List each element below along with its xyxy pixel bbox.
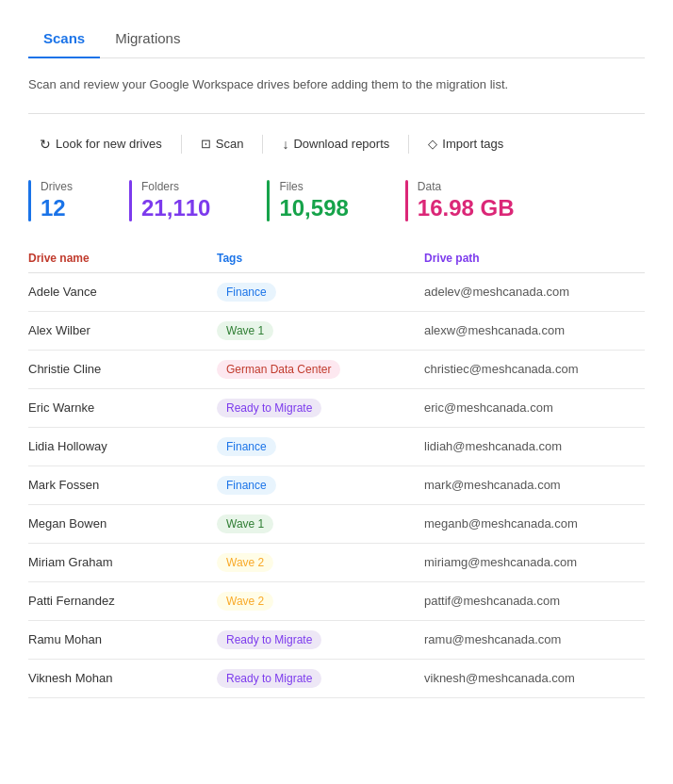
stat-bar-data: [405, 180, 408, 221]
table-row[interactable]: Mark FossenFinancemark@meshcanada.com: [28, 466, 645, 504]
cell-drive-path: lidiah@meshcanada.com: [424, 427, 645, 466]
tag-badge[interactable]: Ready to Migrate: [217, 630, 321, 649]
cell-drive-path: meganb@meshcanada.com: [424, 504, 645, 543]
cell-drive-name: Miriam Graham: [28, 543, 217, 581]
cell-drive-name: Alex Wilber: [28, 311, 217, 350]
stat-bar-drives: [28, 180, 31, 221]
table-row[interactable]: Patti FernandezWave 2pattif@meshcanada.c…: [28, 581, 645, 620]
scan-button[interactable]: Scan: [189, 131, 255, 156]
tag-badge[interactable]: Wave 1: [217, 321, 273, 340]
tab-scans[interactable]: Scans: [28, 19, 100, 57]
stat-label-data: Data: [418, 180, 515, 193]
toolbar-divider: [28, 113, 645, 114]
stat-value-files: 10,598: [279, 195, 348, 221]
col-header-tags: Tags: [217, 244, 424, 273]
cell-tags: German Data Center: [217, 350, 424, 388]
look-for-drives-button[interactable]: Look for new drives: [28, 131, 173, 157]
tag-badge[interactable]: Ready to Migrate: [217, 399, 321, 417]
cell-tags: Finance: [217, 427, 424, 466]
stat-files: Files 10,598: [267, 180, 348, 221]
cell-tags: Ready to Migrate: [217, 659, 424, 697]
tag-badge[interactable]: Ready to Migrate: [217, 669, 321, 688]
stat-label-drives: Drives: [41, 180, 73, 193]
cell-drive-path: eric@meshcanada.com: [424, 388, 645, 427]
table-header-row: Drive name Tags Drive path: [28, 244, 645, 273]
table-row[interactable]: Ramu MohanReady to Migrateramu@meshcanad…: [28, 620, 645, 659]
stats-bar: Drives 12 Folders 21,110 Files 10,598 Da…: [28, 180, 645, 221]
table-row[interactable]: Alex WilberWave 1alexw@meshcanada.com: [28, 311, 645, 350]
download-icon: [282, 137, 288, 152]
cell-drive-name: Lidia Holloway: [28, 427, 217, 466]
toolbar-separator-2: [262, 135, 263, 154]
cell-drive-name: Patti Fernandez: [28, 581, 217, 620]
import-tags-button[interactable]: Import tags: [417, 131, 515, 156]
stat-value-data: 16.98 GB: [418, 195, 515, 221]
toolbar-separator-1: [181, 135, 182, 154]
tag-badge[interactable]: German Data Center: [217, 360, 340, 379]
download-reports-button[interactable]: Download reports: [271, 131, 401, 157]
table-row[interactable]: Miriam GrahamWave 2miriamg@meshcanada.co…: [28, 543, 645, 581]
scan-icon: [201, 137, 211, 151]
toolbar: Look for new drives Scan Download report…: [28, 131, 645, 157]
cell-tags: Wave 1: [217, 311, 424, 350]
stat-value-folders: 21,110: [141, 195, 210, 221]
cell-tags: Wave 1: [217, 504, 424, 543]
cell-drive-path: viknesh@meshcanada.com: [424, 659, 645, 697]
stat-data: Data 16.98 GB: [405, 180, 515, 221]
stat-bar-files: [267, 180, 270, 221]
cell-drive-name: Eric Warnke: [28, 388, 217, 427]
cell-drive-path: adelev@meshcanada.com: [424, 272, 645, 311]
cell-tags: Finance: [217, 466, 424, 504]
tag-badge[interactable]: Finance: [217, 283, 276, 302]
stat-value-drives: 12: [41, 195, 73, 221]
tag-badge[interactable]: Finance: [217, 437, 276, 456]
cell-drive-name: Viknesh Mohan: [28, 659, 217, 697]
page-description: Scan and review your Google Workspace dr…: [28, 75, 645, 94]
table-row[interactable]: Christie ClineGerman Data Centerchristie…: [28, 350, 645, 388]
stat-label-files: Files: [279, 180, 348, 193]
tab-bar: Scans Migrations: [28, 19, 645, 58]
table-row[interactable]: Adele VanceFinanceadelev@meshcanada.com: [28, 272, 645, 311]
cell-drive-path: alexw@meshcanada.com: [424, 311, 645, 350]
cell-tags: Wave 2: [217, 581, 424, 620]
cell-drive-path: pattif@meshcanada.com: [424, 581, 645, 620]
cell-drive-path: ramu@meshcanada.com: [424, 620, 645, 659]
table-row[interactable]: Eric WarnkeReady to Migrateeric@meshcana…: [28, 388, 645, 427]
cell-drive-path: christiec@meshcanada.com: [424, 350, 645, 388]
toolbar-separator-3: [408, 135, 409, 154]
cell-drive-path: mark@meshcanada.com: [424, 466, 645, 504]
tag-badge[interactable]: Wave 1: [217, 514, 273, 533]
tag-badge[interactable]: Finance: [217, 476, 276, 495]
stat-bar-folders: [129, 180, 132, 221]
tag-badge[interactable]: Wave 2: [217, 553, 273, 572]
cell-drive-name: Adele Vance: [28, 272, 217, 311]
tag-badge[interactable]: Wave 2: [217, 592, 273, 611]
cell-tags: Ready to Migrate: [217, 388, 424, 427]
col-header-drive-name: Drive name: [28, 244, 217, 273]
cell-drive-name: Megan Bowen: [28, 504, 217, 543]
refresh-icon: [40, 137, 51, 152]
cell-tags: Ready to Migrate: [217, 620, 424, 659]
drives-table: Drive name Tags Drive path Adele VanceFi…: [28, 244, 645, 698]
cell-tags: Wave 2: [217, 543, 424, 581]
cell-drive-name: Mark Fossen: [28, 466, 217, 504]
stat-drives: Drives 12: [28, 180, 73, 221]
cell-drive-name: Christie Cline: [28, 350, 217, 388]
col-header-drive-path: Drive path: [424, 244, 645, 273]
tag-icon: [428, 137, 437, 151]
cell-tags: Finance: [217, 272, 424, 311]
cell-drive-path: miriamg@meshcanada.com: [424, 543, 645, 581]
table-row[interactable]: Lidia HollowayFinancelidiah@meshcanada.c…: [28, 427, 645, 466]
cell-drive-name: Ramu Mohan: [28, 620, 217, 659]
tab-migrations[interactable]: Migrations: [100, 19, 195, 57]
stat-folders: Folders 21,110: [129, 180, 210, 221]
stat-label-folders: Folders: [141, 180, 210, 193]
table-row[interactable]: Megan BowenWave 1meganb@meshcanada.com: [28, 504, 645, 543]
table-row[interactable]: Viknesh MohanReady to Migrateviknesh@mes…: [28, 659, 645, 697]
